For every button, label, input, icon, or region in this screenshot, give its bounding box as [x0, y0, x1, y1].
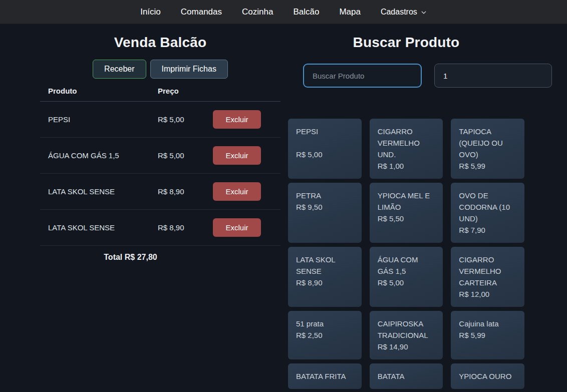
product-card[interactable]: YPIOCA OURO [451, 363, 524, 389]
buscar-produto-panel: Buscar Produto PEPSI R$ 5,00 CIGARRO VER… [288, 24, 524, 389]
venda-balcao-title: Venda Balcão [40, 35, 280, 51]
table-row: LATA SKOL SENSE R$ 8,90 Excluir [40, 174, 280, 210]
product-name: YPIOCA MEL E LIMÃO [378, 190, 435, 213]
product-card[interactable]: BATATA [370, 363, 443, 389]
product-name: YPIOCA OURO [459, 370, 516, 382]
product-price: R$ 5,99 [459, 329, 516, 341]
product-name: PETRA [296, 190, 354, 201]
top-nav: Início Comandas Cozinha Balcão Mapa Cada… [0, 0, 567, 24]
cart-header-actions [213, 87, 280, 102]
product-price: R$ 5,99 [459, 160, 516, 172]
nav-item-mapa[interactable]: Mapa [339, 7, 361, 17]
product-price: R$ 1,00 [378, 160, 435, 172]
product-card[interactable]: CIGARRO VERMELHO CARTEIRA R$ 12,00 [451, 247, 524, 307]
nav-dropdown-cadastros-label: Cadastros [381, 8, 417, 17]
cart-header-preco: Preço [158, 87, 213, 102]
imprimir-fichas-button[interactable]: Imprimir Fichas [150, 60, 228, 79]
cart-item-price: R$ 8,90 [158, 174, 213, 210]
sale-actions: Receber Imprimir Fichas [40, 60, 280, 79]
product-price: R$ 5,50 [378, 213, 435, 224]
nav-dropdown-cadastros[interactable]: Cadastros [381, 8, 427, 17]
product-price: R$ 8,90 [296, 277, 354, 288]
product-card[interactable]: CIGARRO VERMELHO UND. R$ 1,00 [370, 119, 443, 179]
product-name: BATATA [378, 370, 435, 382]
product-card[interactable]: ÁGUA COM GÁS 1,5 R$ 5,00 [370, 247, 443, 307]
product-card[interactable]: Cajuina lata R$ 5,99 [451, 311, 524, 359]
nav-item-balcao[interactable]: Balcão [293, 7, 319, 17]
product-price: R$ 12,00 [459, 288, 516, 300]
table-row: ÁGUA COM GÁS 1,5 R$ 5,00 Excluir [40, 138, 280, 174]
excluir-button[interactable]: Excluir [213, 218, 261, 237]
product-price: R$ 2,50 [296, 329, 354, 341]
product-card[interactable]: 51 prata R$ 2,50 [288, 311, 362, 359]
excluir-button[interactable]: Excluir [213, 146, 261, 165]
product-price: R$ 7,90 [459, 224, 516, 236]
excluir-button[interactable]: Excluir [213, 182, 261, 201]
table-row: PEPSI R$ 5,00 Excluir [40, 102, 280, 138]
nav-item-comandas[interactable]: Comandas [181, 7, 222, 17]
product-name: ÁGUA COM GÁS 1,5 [378, 254, 435, 277]
product-name: CIGARRO VERMELHO UND. [378, 126, 435, 160]
cart-item-name: ÁGUA COM GÁS 1,5 [40, 138, 158, 174]
cart-header-produto: Produto [40, 87, 158, 102]
cart-table: Produto Preço PEPSI R$ 5,00 Excluir [40, 87, 280, 262]
product-name: CIGARRO VERMELHO CARTEIRA [459, 254, 516, 288]
product-grid: PEPSI R$ 5,00 CIGARRO VERMELHO UND. R$ 1… [288, 119, 524, 389]
receber-button[interactable]: Receber [93, 60, 146, 79]
search-input[interactable] [303, 64, 422, 88]
product-card[interactable]: TAPIOCA (QUEIJO OU OVO) R$ 5,99 [451, 119, 524, 179]
product-price: R$ 5,00 [296, 149, 354, 160]
cart-rows: PEPSI R$ 5,00 Excluir ÁGUA COM GÁS 1,5 R… [40, 102, 280, 246]
cart-item-name: LATA SKOL SENSE [40, 174, 158, 210]
product-name: Cajuina lata [459, 318, 516, 329]
product-card[interactable]: OVO DE CODORNA (10 UND) R$ 7,90 [451, 183, 524, 243]
product-price: R$ 9,50 [296, 201, 354, 213]
product-card[interactable]: PEPSI R$ 5,00 [288, 119, 362, 179]
product-name: TAPIOCA (QUEIJO OU OVO) [459, 126, 516, 160]
quantity-input[interactable] [434, 64, 552, 88]
product-card[interactable]: LATA SKOL SENSE R$ 8,90 [288, 247, 362, 307]
product-name: OVO DE CODORNA (10 UND) [459, 190, 516, 224]
product-price: R$ 5,00 [378, 277, 435, 288]
search-controls [303, 64, 509, 88]
cart-item-price: R$ 8,90 [158, 210, 213, 246]
product-card[interactable]: BATATA FRITA [288, 363, 362, 389]
product-name: PEPSI [296, 126, 354, 149]
venda-balcao-panel: Venda Balcão Receber Imprimir Fichas Pro… [40, 24, 280, 389]
product-name: 51 prata [296, 318, 354, 329]
product-name: CAIPIROSKA TRADICIONAL [378, 318, 435, 341]
product-card[interactable]: CAIPIROSKA TRADICIONAL R$ 14,90 [370, 311, 443, 359]
main-content: Venda Balcão Receber Imprimir Fichas Pro… [0, 24, 567, 389]
cart-item-price: R$ 5,00 [158, 102, 213, 138]
product-name: BATATA FRITA [296, 370, 354, 382]
cart-item-name: LATA SKOL SENSE [40, 210, 158, 246]
product-name: LATA SKOL SENSE [296, 254, 354, 277]
nav-item-cozinha[interactable]: Cozinha [242, 7, 273, 17]
cart-total: Total R$ 27,80 [40, 246, 213, 262]
chevron-down-icon [421, 9, 427, 16]
nav-item-inicio[interactable]: Início [140, 7, 161, 17]
excluir-button[interactable]: Excluir [213, 110, 261, 129]
buscar-produto-title: Buscar Produto [288, 35, 524, 51]
cart-item-price: R$ 5,00 [158, 138, 213, 174]
product-card[interactable]: YPIOCA MEL E LIMÃO R$ 5,50 [370, 183, 443, 243]
cart-item-name: PEPSI [40, 102, 158, 138]
product-price: R$ 14,90 [378, 341, 435, 352]
product-card[interactable]: PETRA R$ 9,50 [288, 183, 362, 243]
table-row: LATA SKOL SENSE R$ 8,90 Excluir [40, 210, 280, 246]
